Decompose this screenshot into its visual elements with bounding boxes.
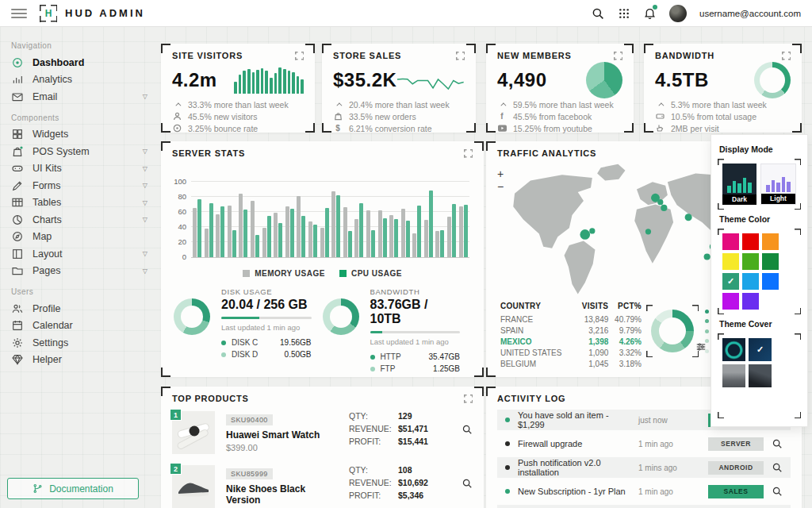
cover-thumb-ocean[interactable]: ✓ [749, 338, 772, 361]
card-title: NEW MEMBERS [497, 51, 572, 60]
color-swatch[interactable] [722, 233, 739, 250]
traffic-row[interactable]: FRANCE13,84940.79% [500, 314, 642, 325]
cover-thumb-mountain[interactable] [722, 364, 745, 387]
color-swatch[interactable] [742, 293, 759, 310]
color-swatch[interactable] [762, 233, 779, 250]
bag-icon [333, 112, 343, 121]
gauge-updated: Last updated 1 min ago [221, 323, 312, 332]
app-logo[interactable]: H [40, 5, 57, 22]
product-name: Nike Shoes Black Version [226, 483, 338, 506]
bar-chart-icon [11, 73, 24, 86]
pencil-icon [11, 179, 24, 192]
shopping-bag-icon [11, 145, 24, 158]
sidebar-item-helper[interactable]: Helper [0, 352, 159, 369]
color-swatch[interactable] [762, 253, 779, 270]
sidebar-item-ui-kits[interactable]: UI Kits▽ [0, 160, 159, 178]
col-visits: VISITS [576, 302, 608, 314]
expand-icon[interactable] [614, 52, 622, 60]
activity-badge[interactable]: ANDROID [708, 461, 764, 475]
color-swatch[interactable] [722, 253, 739, 270]
sidebar-item-widgets[interactable]: Widgets [0, 126, 159, 144]
sidebar-item-profile[interactable]: Profile [0, 300, 159, 318]
color-swatch[interactable]: ✓ [722, 273, 739, 290]
traffic-row[interactable]: MEXICO1,3984.26% [500, 336, 642, 347]
search-icon[interactable] [772, 438, 783, 449]
bar-pair [320, 182, 329, 257]
search-icon[interactable] [591, 6, 605, 21]
user-icon [172, 112, 182, 121]
cover-thumb-ring[interactable] [722, 338, 745, 361]
bar-pair [435, 182, 444, 257]
logo-letter: H [45, 8, 52, 19]
color-swatch[interactable] [742, 233, 759, 250]
sidebar-item-layout[interactable]: Layout▽ [0, 245, 159, 263]
gauge-label: BANDWIDTH [370, 287, 461, 296]
traffic-row[interactable]: BELGIUM1,0453.18% [500, 358, 642, 369]
bar-pair [205, 182, 213, 257]
map-zoom-out-button[interactable]: − [497, 183, 504, 190]
apps-grid-icon[interactable] [618, 7, 630, 20]
members-pie-chart [586, 62, 622, 98]
map-zoom-in-button[interactable]: + [497, 170, 504, 178]
status-dot [505, 489, 510, 494]
bandwidth-ring2-chart [323, 298, 359, 335]
check-icon: ✓ [756, 344, 764, 355]
cover-thumb-city[interactable] [722, 391, 745, 414]
sidebar-item-pos-system[interactable]: POS System▽ [0, 143, 159, 160]
activity-badge[interactable]: SERVER [708, 437, 764, 451]
search-icon[interactable] [462, 478, 473, 492]
theme-cover-title: Theme Cover [719, 319, 801, 329]
product-name: Huawei Smart Watch [226, 429, 338, 441]
sidebar-item-calendar[interactable]: Calendar [0, 318, 159, 335]
search-icon[interactable] [772, 486, 783, 497]
bar-pair [412, 182, 421, 257]
expand-icon[interactable] [464, 149, 473, 158]
map-filter-icon[interactable] [695, 341, 707, 356]
expand-icon[interactable] [464, 394, 473, 403]
bandwidth-progress-bar [370, 331, 461, 333]
trend-up-icon [333, 102, 343, 106]
display-mode-light-option[interactable]: Light [760, 164, 796, 205]
traffic-row[interactable]: UNITED STATES1,0903.32% [500, 347, 642, 358]
search-icon[interactable] [772, 462, 783, 473]
color-swatch[interactable] [722, 293, 739, 310]
traffic-row[interactable]: SPAIN3,2169.79% [500, 325, 642, 336]
chart-legend: MEMORY USAGE CPU USAGE [161, 269, 484, 278]
status-dot [505, 418, 510, 422]
notifications-bell-icon[interactable] [643, 6, 657, 20]
theme-cover-grid: ✓ [722, 338, 796, 414]
expand-icon[interactable] [295, 52, 304, 60]
menu-toggle-icon[interactable] [11, 9, 27, 18]
bar-pair [239, 182, 247, 257]
sidebar-item-analytics[interactable]: Analytics [0, 71, 159, 89]
search-icon[interactable] [462, 424, 473, 438]
chevron-down-icon: ▽ [143, 199, 147, 206]
color-swatch[interactable] [742, 253, 759, 270]
bar-pair [354, 182, 363, 257]
expand-icon[interactable] [456, 52, 465, 60]
display-mode-dark-option[interactable]: Dark [722, 164, 756, 205]
expand-icon[interactable] [782, 52, 791, 60]
bar-pair [424, 182, 433, 257]
trend-up-icon [497, 102, 507, 106]
sidebar-item-email[interactable]: Email▽ [0, 88, 159, 106]
sidebar-item-settings[interactable]: Settings [0, 334, 159, 352]
color-swatch[interactable] [762, 273, 779, 290]
sidebar-item-pages[interactable]: Pages▽ [0, 263, 159, 280]
sidebar-item-dashboard[interactable]: Dashboard [0, 54, 159, 71]
activity-badge[interactable]: SALES [708, 485, 764, 498]
bar-pair [274, 182, 282, 257]
gauge-row: HTTP35.47GB [370, 351, 461, 363]
server-stats-chart: 020406080100 [191, 182, 469, 258]
sidebar-item-map[interactable]: Map [0, 229, 159, 246]
sidebar-item-forms[interactable]: Forms▽ [0, 177, 159, 194]
y-axis-tick: 40 [169, 222, 186, 231]
card-title: SITE VISITORS [172, 51, 243, 60]
color-swatch[interactable] [742, 273, 759, 290]
cover-thumb-station[interactable] [749, 364, 772, 387]
sidebar-item-charts[interactable]: Charts▽ [0, 211, 159, 229]
documentation-button[interactable]: Documentation [7, 478, 139, 499]
sidebar-item-tables[interactable]: Tables▽ [0, 194, 159, 212]
theme-color-grid: ✓ [722, 233, 796, 310]
avatar[interactable] [669, 5, 687, 22]
